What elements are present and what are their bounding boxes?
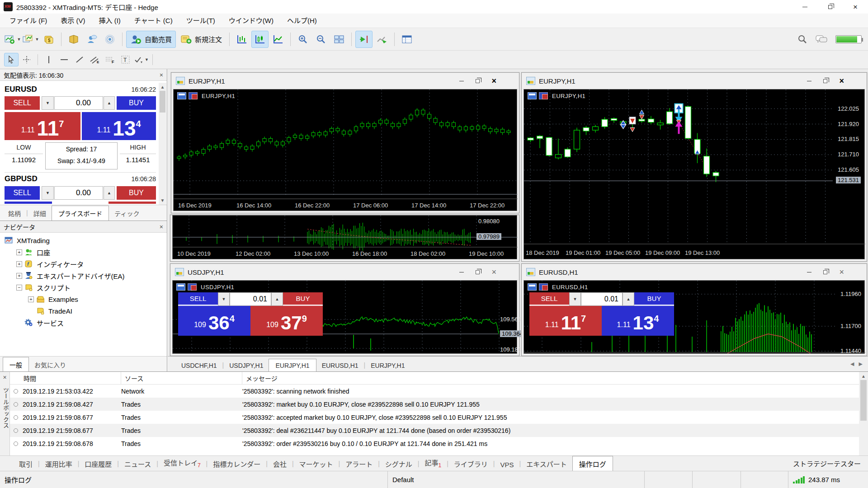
chart-window-eurjpy-right[interactable]: EURJPY,H1 × EURJPY,H1 122.025121.920121.…	[521, 72, 867, 262]
chart-window-titlebar[interactable]: EURJPY,H1 ×	[522, 73, 867, 89]
line-chart-mode-button[interactable]	[269, 31, 287, 48]
status-latency-cell[interactable]: 243.87 ms	[788, 471, 868, 488]
volume-input[interactable]: 0.01	[581, 292, 623, 306]
tab-マーケット[interactable]: マーケット	[294, 457, 339, 471]
depth-of-market-icon[interactable]	[539, 92, 548, 99]
tab-受信トレイ[interactable]: 受信トレイ7	[158, 455, 206, 471]
cursor-tool[interactable]	[4, 53, 19, 66]
one-click-trading-icon[interactable]	[528, 92, 537, 99]
scroll-up-icon[interactable]: ▲	[159, 83, 166, 89]
zoom-out-button[interactable]	[312, 31, 330, 48]
bar-chart-mode-button[interactable]	[233, 31, 250, 48]
chart-window-titlebar[interactable]: EURJPY,H1 ×	[171, 73, 519, 89]
depth-of-market-icon[interactable]	[539, 283, 548, 291]
profiles-button[interactable]: ▼	[22, 31, 39, 48]
tab-ニュース[interactable]: ニュース	[119, 457, 156, 471]
one-click-trading-icon[interactable]	[528, 283, 537, 291]
scroll-thumb[interactable]	[160, 91, 165, 113]
tab-取引[interactable]: 取引	[14, 457, 38, 471]
tab-操作ログ[interactable]: 操作ログ	[572, 456, 613, 471]
volume-input[interactable]: 0.00	[54, 186, 103, 200]
minimize-icon[interactable]	[807, 81, 811, 81]
tab-ライブラリ[interactable]: ライブラリ	[448, 457, 493, 471]
volume-dropdown[interactable]: ▼	[218, 292, 230, 306]
tab-銘柄[interactable]: 銘柄	[3, 206, 26, 220]
data-window-button[interactable]	[398, 31, 415, 48]
volume-up-button[interactable]: ▲	[271, 292, 283, 306]
chart-window-titlebar[interactable]: USDJPY,H1 ×	[170, 264, 519, 280]
tab-USDJPY,H1[interactable]: USDJPY,H1	[224, 360, 269, 371]
chart-plot-eurjpy-main[interactable]: EURJPY,H1 16 Dec 201916 Dec 14:0016 Dec …	[173, 89, 517, 211]
tab-シグナル[interactable]: シグナル	[380, 457, 418, 471]
tab-口座履歴[interactable]: 口座履歴	[79, 457, 117, 471]
tab-VPS[interactable]: VPS	[495, 459, 519, 471]
close-icon[interactable]: ×	[491, 267, 496, 277]
tree-item-Examples[interactable]: +Examples	[3, 293, 167, 305]
maximize-icon[interactable]	[823, 270, 827, 274]
tab-運用比率[interactable]: 運用比率	[40, 457, 78, 471]
close-icon[interactable]: ×	[0, 372, 9, 381]
collapse-icon[interactable]: −	[16, 285, 22, 291]
menu-item-5[interactable]: ウインドウ(W)	[222, 14, 280, 28]
tree-item-XMTrading[interactable]: XMTrading	[3, 235, 167, 246]
menu-item-3[interactable]: チャート (C)	[127, 14, 179, 28]
log-col-message[interactable]: メッセージ	[242, 372, 859, 384]
volume-dropdown[interactable]: ▼	[569, 292, 581, 306]
buy-button[interactable]: BUY	[283, 292, 323, 306]
close-icon[interactable]: ×	[160, 71, 163, 79]
tab-scroll-right-icon[interactable]: ▶	[859, 361, 863, 367]
log-col-source[interactable]: ソース	[121, 372, 242, 384]
bid-price-tile[interactable]: 1.11117	[529, 306, 602, 336]
volume-input[interactable]: 0.00	[54, 96, 103, 110]
search-icon[interactable]	[797, 34, 807, 44]
vertical-line-tool[interactable]	[42, 53, 56, 66]
tree-item-エキスパートアドバイザ(EA)[interactable]: +エキスパートアドバイザ(EA)	[3, 270, 167, 282]
chart-window-eurjpy-main[interactable]: EURJPY,H1 × EURJPY,H1 16 Dec 201916 Dec …	[171, 72, 519, 213]
tab-USDCHF,H1[interactable]: USDCHF,H1	[176, 360, 222, 371]
buy-button[interactable]: BUY	[634, 292, 674, 306]
tree-item-サービス[interactable]: サービス	[3, 317, 167, 328]
tab-EURJPY,H1[interactable]: EURJPY,H1	[269, 359, 316, 372]
signal-broadcast-icon[interactable]	[101, 31, 118, 48]
expand-icon[interactable]: +	[16, 273, 22, 279]
chart-window-usdjpy[interactable]: USDJPY,H1 × USDJPY,H1 SELL ▼ 0.01 ▲ BUY	[170, 263, 519, 356]
scroll-down-icon[interactable]: ▼	[159, 198, 166, 203]
volume-up-button[interactable]: ▲	[104, 96, 115, 110]
log-row[interactable]: 2019.12.19 21:59:08.677Trades'25803392':…	[10, 424, 859, 437]
new-order-button[interactable]: 新規注文	[177, 31, 226, 48]
tab-アラート[interactable]: アラート	[340, 457, 378, 471]
new-chart-button[interactable]: ▼	[4, 31, 21, 48]
equidistant-channel-tool[interactable]: E	[88, 53, 102, 66]
log-row[interactable]: 2019.12.19 21:53:03.422Network'25803392'…	[10, 385, 859, 398]
tab-プライスボード[interactable]: プライスボード	[52, 206, 109, 221]
chat-icon[interactable]	[816, 34, 827, 44]
log-row[interactable]: 2019.12.19 21:59:08.678Trades'25803392':…	[10, 437, 859, 450]
tile-windows-button[interactable]	[330, 31, 348, 48]
depth-of-market-icon[interactable]	[188, 283, 197, 291]
chevron-down-icon[interactable]: ▼	[35, 37, 39, 42]
tab-ティック[interactable]: ティック	[109, 206, 145, 220]
candle-chart-mode-button[interactable]	[251, 31, 269, 48]
volume-dropdown[interactable]: ▼	[42, 186, 54, 200]
volume-up-button[interactable]: ▲	[623, 292, 634, 306]
volume-up-button[interactable]: ▲	[104, 186, 115, 200]
tab-指標カレンダー[interactable]: 指標カレンダー	[208, 457, 266, 471]
tab-一般[interactable]: 一般	[3, 357, 29, 372]
expand-icon[interactable]: +	[28, 296, 34, 302]
close-icon[interactable]: ×	[160, 223, 163, 230]
minimize-icon[interactable]	[459, 81, 464, 81]
text-tool[interactable]: T	[118, 53, 133, 66]
sell-button[interactable]: SELL	[529, 292, 569, 306]
deposit-button[interactable]: $	[40, 31, 57, 48]
buy-button[interactable]: BUY	[117, 96, 156, 110]
one-click-trading-icon[interactable]	[176, 283, 185, 291]
community-icon[interactable]	[83, 31, 100, 48]
minimize-icon[interactable]	[807, 272, 811, 272]
tab-EURUSD,H1[interactable]: EURUSD,H1	[316, 360, 364, 371]
log-col-time[interactable]: 時間	[10, 372, 121, 384]
tab-記事[interactable]: 記事1	[420, 455, 447, 471]
depth-of-market-icon[interactable]	[189, 92, 198, 99]
tab-詳細[interactable]: 詳細	[28, 206, 52, 220]
volume-dropdown[interactable]: ▼	[42, 96, 54, 110]
chevron-down-icon[interactable]: ▼	[17, 37, 21, 42]
